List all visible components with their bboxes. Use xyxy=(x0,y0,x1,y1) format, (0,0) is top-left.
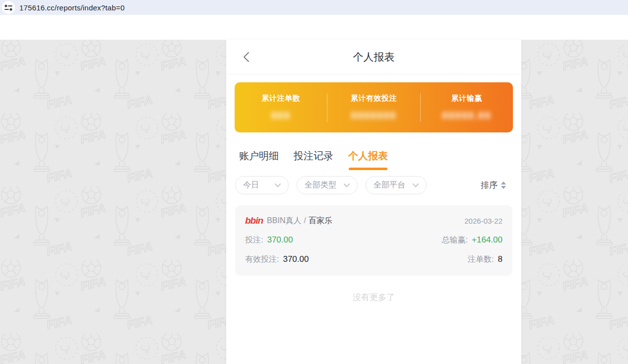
summary-label: 累计输赢 xyxy=(421,94,513,103)
report-card-stats-row-1: 投注: 370.00 总输赢: +164.00 xyxy=(245,235,502,245)
tab-bar: 账户明细 投注记录 个人报表 xyxy=(226,144,521,170)
sort-button[interactable]: 排序 xyxy=(481,180,512,191)
filter-label: 全部平台 xyxy=(374,180,405,190)
filter-dropdown-date[interactable]: 今日 xyxy=(235,176,289,194)
filter-label: 全部类型 xyxy=(305,180,336,190)
tab-account-details[interactable]: 账户明细 xyxy=(239,149,279,170)
report-card-header-row: bbin BBIN真人 / 百家乐 2026-03-22 xyxy=(245,215,502,226)
game-name: 百家乐 xyxy=(309,216,332,226)
bet-count-stat: 注单数: 8 xyxy=(468,254,502,265)
app-view: 个人报表 累计注单数 888 累计有效投注 8888888 累计输赢 88888… xyxy=(226,40,521,364)
stat-label: 总输赢: xyxy=(442,235,468,245)
stat-label: 注单数: xyxy=(468,254,494,265)
back-button[interactable] xyxy=(239,50,253,64)
total-win-stat: 总输赢: +164.00 xyxy=(442,235,502,245)
provider-name: BBIN真人 xyxy=(267,216,301,226)
summary-card: 累计注单数 888 累计有效投注 8888888 累计输赢 88888.88 xyxy=(235,82,513,132)
site-settings-icon[interactable] xyxy=(2,1,15,14)
summary-col-bet-count: 累计注单数 888 xyxy=(235,94,327,121)
summary-value-blurred: 8888888 xyxy=(327,110,420,121)
summary-label: 累计注单数 xyxy=(235,94,327,103)
report-list: bbin BBIN真人 / 百家乐 2026-03-22 投注: 370.00 … xyxy=(226,194,521,276)
active-tab-underline xyxy=(349,168,387,170)
no-more-text: 没有更多了 xyxy=(226,292,521,303)
sort-label: 排序 xyxy=(481,180,498,191)
chevron-left-icon xyxy=(243,52,250,62)
stat-value: +164.00 xyxy=(472,235,502,245)
filter-label: 今日 xyxy=(243,180,259,190)
summary-section: 累计注单数 888 累计有效投注 8888888 累计输赢 88888.88 xyxy=(226,74,521,144)
tab-bet-records[interactable]: 投注记录 xyxy=(294,149,333,170)
stat-value: 8 xyxy=(498,254,502,264)
filter-dropdown-platform[interactable]: 全部平台 xyxy=(366,176,427,194)
filter-bar: 今日 全部类型 全部平台 排序 xyxy=(226,170,521,194)
tab-label: 个人报表 xyxy=(348,150,388,161)
bbin-logo: bbin xyxy=(245,215,263,226)
summary-label: 累计有效投注 xyxy=(327,94,420,103)
summary-value-blurred: 888 xyxy=(235,110,327,121)
chevron-down-icon xyxy=(275,183,281,187)
report-card-stats-row-2: 有效投注: 370.00 注单数: 8 xyxy=(245,254,502,265)
valid-bet-stat: 有效投注: 370.00 xyxy=(245,254,309,265)
chevron-down-icon xyxy=(344,183,350,187)
bet-stat: 投注: 370.00 xyxy=(245,235,293,245)
tab-personal-report[interactable]: 个人报表 xyxy=(348,149,388,170)
url-text[interactable]: 175616.cc/reports/index?tab=0 xyxy=(19,3,125,12)
summary-col-valid-bets: 累计有效投注 8888888 xyxy=(327,94,420,121)
report-card[interactable]: bbin BBIN真人 / 百家乐 2026-03-22 投注: 370.00 … xyxy=(235,205,512,276)
stat-value: 370.00 xyxy=(267,235,293,245)
app-header: 个人报表 xyxy=(226,40,521,74)
summary-col-win-loss: 累计输赢 88888.88 xyxy=(421,94,513,121)
summary-value-blurred: 88888.88 xyxy=(421,110,513,121)
browser-url-bar[interactable]: 175616.cc/reports/index?tab=0 xyxy=(0,0,628,15)
report-date: 2026-03-22 xyxy=(464,217,502,225)
sort-arrows-icon xyxy=(501,182,506,189)
chevron-down-icon xyxy=(413,183,419,187)
separator: / xyxy=(304,216,306,225)
stat-label: 有效投注: xyxy=(245,254,279,265)
stat-label: 投注: xyxy=(245,235,263,245)
page-title: 个人报表 xyxy=(353,50,395,64)
stat-value: 370.00 xyxy=(283,254,309,264)
filter-dropdown-type[interactable]: 全部类型 xyxy=(297,176,358,194)
